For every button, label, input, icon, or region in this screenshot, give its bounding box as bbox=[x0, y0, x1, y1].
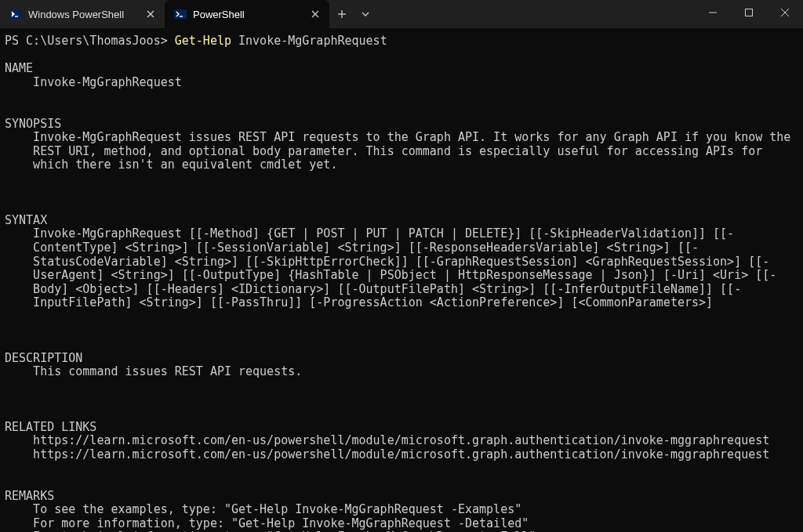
svg-rect-4 bbox=[174, 9, 187, 19]
tab-title: Windows PowerShell bbox=[28, 9, 138, 20]
tab-powershell[interactable]: PowerShell bbox=[165, 0, 329, 28]
minimize-button[interactable] bbox=[695, 0, 731, 25]
powershell-icon bbox=[9, 8, 22, 20]
close-icon[interactable] bbox=[144, 8, 157, 20]
tab-title: PowerShell bbox=[193, 9, 303, 20]
tab-dropdown-button[interactable] bbox=[354, 0, 376, 28]
window-controls bbox=[695, 0, 803, 25]
related-link: https://learn.microsoft.com/en-us/powers… bbox=[5, 434, 798, 448]
remark-line: To see the examples, type: "Get-Help Inv… bbox=[5, 503, 798, 517]
description-value: This command issues REST API requests. bbox=[5, 365, 798, 379]
syntax-value: Invoke-MgGraphRequest [[-Method] {GET | … bbox=[5, 227, 798, 310]
close-icon[interactable] bbox=[309, 8, 322, 20]
close-window-button[interactable] bbox=[767, 0, 803, 25]
related-link: https://learn.microsoft.com/en-us/powers… bbox=[5, 448, 798, 462]
tab-strip: Windows PowerShell PowerShell bbox=[0, 0, 376, 28]
prompt-line: PS C:\Users\ThomasJoos> Get-Help Invoke-… bbox=[5, 34, 387, 48]
maximize-button[interactable] bbox=[731, 0, 767, 25]
description-header: DESCRIPTION bbox=[5, 351, 82, 365]
name-header: NAME bbox=[5, 61, 33, 75]
related-links-header: RELATED LINKS bbox=[5, 420, 96, 434]
remarks-header: REMARKS bbox=[5, 489, 54, 503]
svg-rect-11 bbox=[746, 9, 753, 16]
terminal-output[interactable]: PS C:\Users\ThomasJoos> Get-Help Invoke-… bbox=[0, 28, 803, 532]
command-verb: Get-Help bbox=[175, 34, 231, 48]
synopsis-value: Invoke-MgGraphRequest issues REST API re… bbox=[5, 131, 798, 172]
remark-line: For more information, type: "Get-Help In… bbox=[5, 517, 798, 531]
syntax-header: SYNTAX bbox=[5, 213, 47, 227]
new-tab-button[interactable] bbox=[329, 0, 354, 28]
synopsis-header: SYNOPSIS bbox=[5, 117, 61, 131]
name-value: Invoke-MgGraphRequest bbox=[5, 76, 798, 90]
svg-rect-0 bbox=[9, 9, 22, 19]
powershell-icon bbox=[174, 8, 187, 20]
command-arg: Invoke-MgGraphRequest bbox=[238, 34, 387, 48]
titlebar: Windows PowerShell PowerShell bbox=[0, 0, 803, 28]
prompt-path: PS C:\Users\ThomasJoos> bbox=[5, 34, 175, 48]
tab-windows-powershell[interactable]: Windows PowerShell bbox=[0, 0, 165, 28]
